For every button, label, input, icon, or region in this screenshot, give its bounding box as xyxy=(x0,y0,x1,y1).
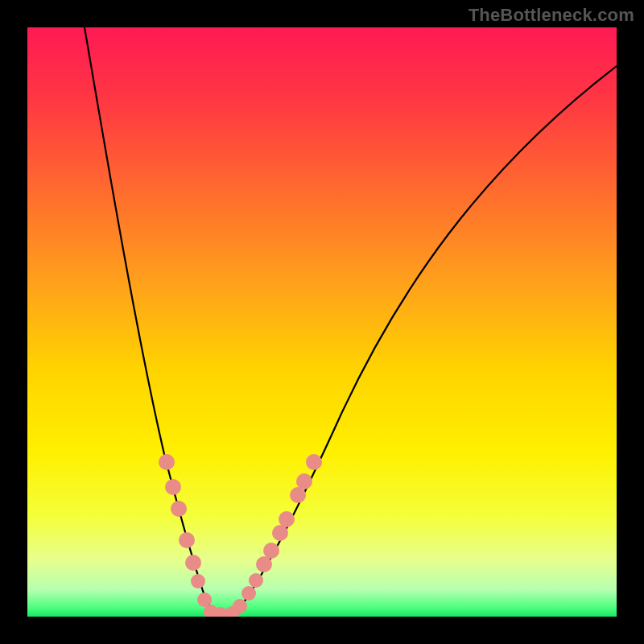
data-point xyxy=(159,454,175,470)
curve-layer xyxy=(27,27,617,617)
data-point xyxy=(296,473,312,489)
data-point xyxy=(272,525,288,541)
data-point xyxy=(171,501,187,517)
data-point xyxy=(191,574,205,588)
data-point xyxy=(279,511,295,527)
data-point xyxy=(165,479,181,495)
data-point xyxy=(185,555,201,571)
data-point xyxy=(263,543,279,559)
data-point xyxy=(306,454,322,470)
data-point xyxy=(256,556,272,572)
data-point xyxy=(179,532,195,548)
plot-area xyxy=(27,27,617,617)
data-point xyxy=(290,487,306,503)
data-point xyxy=(242,586,256,601)
data-point xyxy=(249,573,263,588)
watermark-text: TheBottleneck.com xyxy=(469,5,634,26)
data-point xyxy=(233,599,247,613)
curve-left xyxy=(85,27,222,615)
chart-stage: TheBottleneck.com xyxy=(0,0,644,644)
